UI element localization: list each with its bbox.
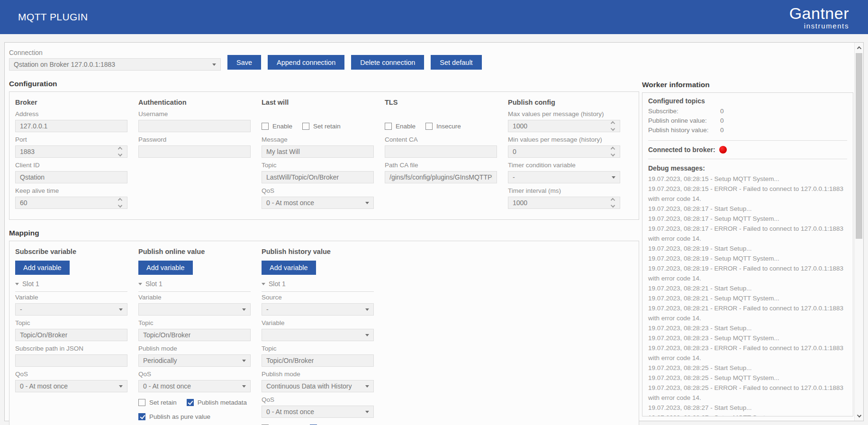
publish-history-count-row: Publish history value:0 <box>648 126 847 135</box>
content-ca-label: Content CA <box>385 136 497 144</box>
debug-log-line: 19.07.2023, 08:28:23 - Start Setup... <box>648 323 847 333</box>
delete-connection-button[interactable]: Delete connection <box>351 55 424 70</box>
max-values-stepper[interactable]: 1000 <box>508 120 620 132</box>
timer-condition-select[interactable]: - <box>508 171 620 183</box>
set-default-button[interactable]: Set default <box>431 55 481 70</box>
subscribe-topic-label: Topic <box>15 319 127 327</box>
spinner-icon[interactable] <box>118 147 123 156</box>
content-ca-input[interactable] <box>385 145 497 158</box>
chevron-down-icon <box>212 63 216 66</box>
lastwill-message-input[interactable]: My last Will <box>262 145 374 158</box>
vertical-scrollbar[interactable] <box>854 43 863 421</box>
publish-history-source-select[interactable]: - <box>262 303 374 316</box>
scrollbar-thumb[interactable] <box>856 53 862 239</box>
authentication-title: Authentication <box>138 99 251 106</box>
publish-history-variable-select[interactable] <box>262 329 374 341</box>
publish-online-slot-header[interactable]: Slot 1 <box>138 280 251 292</box>
lastwill-qos-label: QoS <box>262 187 374 195</box>
publish-history-topic-input[interactable]: Topic/On/Broker <box>262 354 374 367</box>
timer-condition-label: Timer condition variable <box>508 162 620 170</box>
publish-history-slot-header[interactable]: Slot 1 <box>262 280 374 292</box>
debug-log-line: 19.07.2023, 08:28:19 - ERROR - Failed to… <box>648 263 847 283</box>
tls-insecure-checkbox[interactable] <box>425 123 433 130</box>
publish-history-mode-select[interactable]: Continuous Data with History <box>262 380 374 392</box>
path-ca-input[interactable]: /gins/fs/config/plugins/GInsMQTTPlugin/ <box>385 171 497 183</box>
spinner-icon[interactable] <box>118 199 123 207</box>
lastwill-enable-checkbox[interactable] <box>262 123 269 130</box>
broker-status-indicator <box>719 146 727 154</box>
subscribe-slot-header[interactable]: Slot 1 <box>15 280 127 292</box>
lastwill-set-retain-checkbox[interactable] <box>302 123 309 130</box>
publish-history-mode-label: Publish mode <box>262 371 374 379</box>
chevron-down-icon <box>365 202 369 204</box>
tls-enable-checkbox[interactable] <box>385 123 392 130</box>
subscribe-topic-input[interactable]: Topic/On/Broker <box>15 329 127 341</box>
publish-history-qos-label: QoS <box>262 396 374 404</box>
scroll-up-button[interactable] <box>855 43 863 52</box>
username-label: Username <box>138 110 251 118</box>
spinner-icon[interactable] <box>611 199 615 207</box>
page-title: MQTT PLUGIN <box>18 11 88 23</box>
subscribe-json-path-input[interactable] <box>15 354 127 367</box>
tls-enable-label: Enable <box>396 123 416 130</box>
lastwill-topic-input[interactable]: LastWill/Topic/On/Broker <box>262 171 374 183</box>
broker-title: Broker <box>15 99 127 106</box>
lastwill-topic-label: Topic <box>262 162 374 170</box>
publish-history-topic-label: Topic <box>262 345 374 353</box>
tls-title: TLS <box>385 99 497 106</box>
connection-select[interactable]: Qstation on Broker 127.0.0.1:1883 <box>9 58 221 71</box>
save-button[interactable]: Save <box>227 55 261 70</box>
min-values-stepper[interactable]: 0 <box>508 145 620 158</box>
password-field[interactable] <box>138 145 251 158</box>
subscribe-variable-select[interactable]: - <box>15 303 127 316</box>
publish-online-qos-select[interactable]: 0 - At most once <box>138 380 251 392</box>
last-will-column: Last will Enable Set retain <box>262 96 374 213</box>
worker-panel: Configured topics Subscribe:0 Publish on… <box>642 92 853 416</box>
publish-online-set-retain-checkbox[interactable] <box>138 399 145 406</box>
connection-label: Connection <box>9 49 221 56</box>
debug-log-line: 19.07.2023, 08:28:21 - Setup MQTT System… <box>648 293 847 303</box>
port-stepper[interactable]: 1883 <box>15 145 127 158</box>
debug-log-line: 19.07.2023, 08:28:17 - Start Setup... <box>648 204 847 214</box>
username-field[interactable] <box>138 120 251 132</box>
add-publish-online-variable-button[interactable]: Add variable <box>138 261 193 275</box>
address-input[interactable]: 127.0.0.1 <box>15 120 127 132</box>
add-subscribe-variable-button[interactable]: Add variable <box>15 261 70 275</box>
keep-alive-label: Keep alive time <box>15 187 127 195</box>
publish-history-qos-select[interactable]: 0 - At most once <box>262 406 374 418</box>
subscribe-count-row: Subscribe:0 <box>648 107 847 116</box>
subscribe-qos-select[interactable]: 0 - At most once <box>15 380 127 392</box>
add-publish-history-variable-button[interactable]: Add variable <box>262 261 316 275</box>
max-values-label: Max values per message (history) <box>508 110 620 118</box>
lastwill-qos-select[interactable]: 0 - At most once <box>262 197 374 209</box>
debug-log-line: 19.07.2023, 08:28:23 - ERROR - Failed to… <box>648 343 847 363</box>
publish-online-metadata-checkbox[interactable] <box>187 399 194 406</box>
publish-online-variable-select[interactable] <box>138 303 251 316</box>
subscribe-variable-title: Subscribe variable <box>15 248 127 255</box>
publish-online-metadata-label: Publish metadata <box>198 399 247 406</box>
spinner-icon[interactable] <box>611 147 615 156</box>
subscribe-qos-label: QoS <box>15 371 127 379</box>
publish-online-topic-input[interactable]: Topic/On/Broker <box>138 329 251 341</box>
spinner-icon[interactable] <box>611 122 615 130</box>
debug-log-line: 19.07.2023, 08:28:25 - Setup MQTT System… <box>648 373 847 383</box>
connected-to-broker-row: Connected to broker: <box>648 146 847 154</box>
publish-online-mode-select[interactable]: Periodically <box>138 354 251 367</box>
debug-log-line: 19.07.2023, 08:28:17 - ERROR - Failed to… <box>648 224 847 244</box>
chevron-up-icon <box>857 46 861 50</box>
lastwill-enable-label: Enable <box>272 123 292 130</box>
keep-alive-stepper[interactable]: 60 <box>15 197 127 209</box>
publish-online-variable-label: Variable <box>138 294 251 302</box>
authentication-column: Authentication Username Password <box>138 96 251 213</box>
lastwill-set-retain-label: Set retain <box>313 123 341 130</box>
scroll-down-button[interactable] <box>855 411 863 420</box>
subscribe-variable-column: Subscribe variable Add variable Slot 1 V… <box>15 245 127 425</box>
publish-online-pure-value-checkbox[interactable] <box>138 413 145 420</box>
mapping-panel: Subscribe variable Add variable Slot 1 V… <box>9 241 639 425</box>
append-connection-button[interactable]: Append connection <box>268 55 344 70</box>
timer-interval-stepper[interactable]: 1000 <box>508 197 620 209</box>
client-id-label: Client ID <box>15 162 127 170</box>
last-will-title: Last will <box>262 99 374 106</box>
brand-subtitle: instruments <box>789 22 849 29</box>
client-id-input[interactable]: Qstation <box>15 171 127 183</box>
